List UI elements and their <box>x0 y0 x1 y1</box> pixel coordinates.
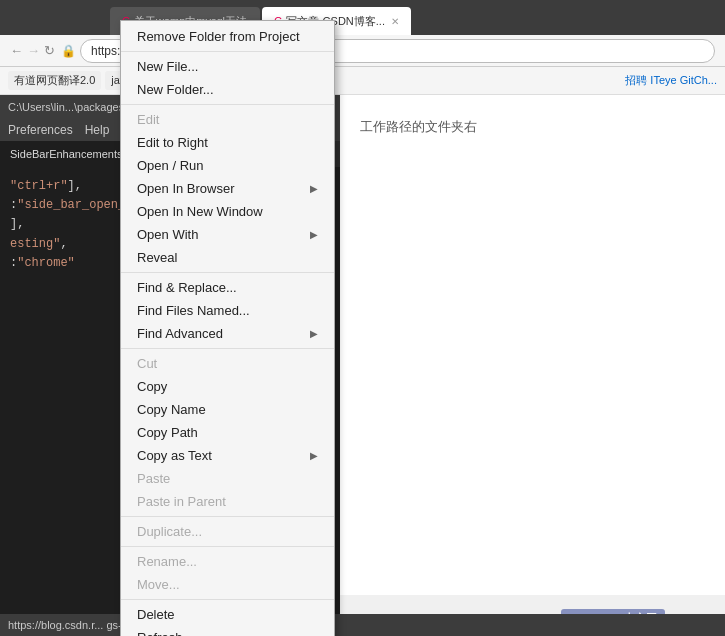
open-browser-arrow: ▶ <box>310 183 318 194</box>
menu-duplicate: Duplicate... <box>121 520 334 543</box>
menu-open-new-window[interactable]: Open In New Window <box>121 200 334 223</box>
copy-as-text-arrow: ▶ <box>310 450 318 461</box>
sep-1 <box>121 51 334 52</box>
menu-new-file[interactable]: New File... <box>121 55 334 78</box>
menu-find-files[interactable]: Find Files Named... <box>121 299 334 322</box>
menu-paste: Paste <box>121 467 334 490</box>
menu-edit-right[interactable]: Edit to Right <box>121 131 334 154</box>
context-menu: Remove Folder from Project New File... N… <box>120 20 335 636</box>
menu-move: Move... <box>121 573 334 596</box>
menu-paste-parent: Paste in Parent <box>121 490 334 513</box>
sep-5 <box>121 516 334 517</box>
menu-edit: Edit <box>121 108 334 131</box>
sep-4 <box>121 348 334 349</box>
menu-delete[interactable]: Delete <box>121 603 334 626</box>
browser-text: 工作路径的文件夹右 <box>340 95 725 158</box>
bookmark-translate[interactable]: 有道网页翻译2.0 <box>8 71 101 90</box>
menu-copy-path[interactable]: Copy Path <box>121 421 334 444</box>
find-advanced-arrow: ▶ <box>310 328 318 339</box>
open-with-arrow: ▶ <box>310 229 318 240</box>
menu-new-folder[interactable]: New Folder... <box>121 78 334 101</box>
forward-icon[interactable]: → <box>27 43 40 58</box>
back-icon[interactable]: ← <box>10 43 23 58</box>
menu-reveal[interactable]: Reveal <box>121 246 334 269</box>
sep-3 <box>121 272 334 273</box>
tab-bar: C 关于wamp中mysql无法... ✕ C 写文章-CSDN博客... ✕ <box>0 0 725 35</box>
menu-copy[interactable]: Copy <box>121 375 334 398</box>
menu-open-with[interactable]: Open With ▶ <box>121 223 334 246</box>
bookmark-iteye[interactable]: 招聘 ITeye GitCh... <box>625 73 717 88</box>
menu-open-browser[interactable]: Open In Browser ▶ <box>121 177 334 200</box>
sep-6 <box>121 546 334 547</box>
status-bar: https://blog.csdn.r... gs->side Bar-> ke… <box>0 614 725 636</box>
menu-find-advanced[interactable]: Find Advanced ▶ <box>121 322 334 345</box>
menu-rename: Rename... <box>121 550 334 573</box>
menu-preferences[interactable]: Preferences <box>8 123 73 137</box>
menu-remove-folder[interactable]: Remove Folder from Project <box>121 25 334 48</box>
address-bar: ← → ↻ 🔒 https://mp.csdn.net/postedit <box>0 35 725 67</box>
menu-refresh[interactable]: Refresh <box>121 626 334 636</box>
reload-icon[interactable]: ↻ <box>44 43 55 58</box>
sep-2 <box>121 104 334 105</box>
bookmarks-bar: 有道网页翻译2.0 java学习 web学习 android学习 招聘 ITey… <box>0 67 725 95</box>
menu-help[interactable]: Help <box>85 123 110 137</box>
menu-open-run[interactable]: Open / Run <box>121 154 334 177</box>
menu-cut: Cut <box>121 352 334 375</box>
browser-content: 工作路径的文件夹右 <box>340 95 725 595</box>
tab-csdn-close[interactable]: ✕ <box>391 16 399 27</box>
sep-7 <box>121 599 334 600</box>
menu-copy-as-text[interactable]: Copy as Text ▶ <box>121 444 334 467</box>
lock-icon: 🔒 <box>61 44 76 58</box>
menu-find-replace[interactable]: Find & Replace... <box>121 276 334 299</box>
menu-copy-name[interactable]: Copy Name <box>121 398 334 421</box>
